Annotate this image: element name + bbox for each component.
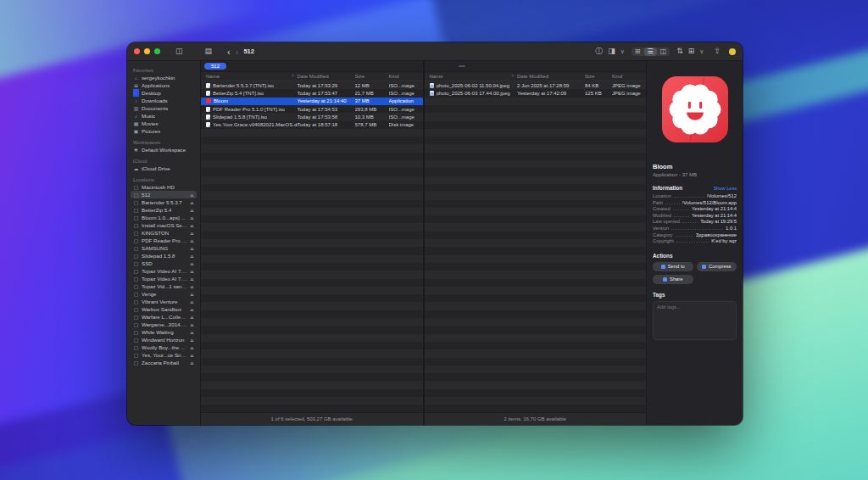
file-row[interactable]: Yes.Your.Grace.v04082021.MacOS.dmg Today… [201,120,423,128]
action-button[interactable]: Share [653,275,693,284]
action-button[interactable]: Send to [653,262,693,271]
chevron-down-icon[interactable]: ∨ [618,47,627,55]
sidebar-item-volume[interactable]: ▢ 512 ⏏ [131,191,197,198]
eject-icon[interactable]: ⏏ [190,299,194,304]
sidebar-item-volume[interactable]: ▢ SSD ⏏ [131,260,197,267]
sidebar-item[interactable]: ↓ Downloads [131,97,197,104]
preview-panel-toggle-icon[interactable]: ◨ [605,47,618,56]
sidebar-item[interactable]: ⊞ Applications [131,81,197,89]
sidebar-item[interactable]: ❖ Default Workspace [131,146,197,153]
eject-icon[interactable]: ⏏ [190,292,194,297]
show-less-link[interactable]: Show Less [714,186,737,191]
sidebar-item-volume[interactable]: ▢ Windward Horizon ⏏ [131,336,197,343]
eject-icon[interactable]: ⏏ [190,208,194,213]
sidebar-item-volume[interactable]: ▢ Macintosh HD [131,183,197,191]
sidebar-item-volume[interactable]: ▢ Topaz Video AI 7.0.0 ⏏ [131,267,197,275]
sidebar-item[interactable]: ▦ Movies [131,120,197,127]
zoom-button[interactable] [154,48,160,54]
minimize-button[interactable] [144,48,150,54]
eject-icon[interactable]: ⏏ [190,215,194,220]
sidebar-item-volume[interactable]: ▢ BetterZip 5.4 ⏏ [131,206,197,214]
eject-icon[interactable]: ⏏ [190,193,194,198]
sidebar-item-volume[interactable]: ▢ Warfare L...Collection ⏏ [131,313,197,321]
sidebar-item-volume[interactable]: ▢ KINGSTON ⏏ [131,229,197,237]
sidebar-item-volume[interactable]: ▢ Topaz Vid...1 sanet.st ⏏ [131,282,197,290]
close-button[interactable] [134,48,140,54]
eject-icon[interactable]: ⏏ [190,200,194,205]
column-header-size[interactable]: Size [355,74,389,79]
eject-icon[interactable]: ⏏ [190,223,194,228]
sidebar-item[interactable]: ♪ Music [131,112,197,120]
eject-icon[interactable]: ⏏ [190,307,194,312]
eject-icon[interactable]: ⏏ [190,322,194,327]
tab-512[interactable]: 512 [204,63,226,70]
sidebar-item-volume[interactable]: ▢ Bloom 1.0...aps] [U2B] ⏏ [131,214,197,221]
sidebar-item-volume[interactable]: ▢ Yes, Your...ce Snowfall ⏏ [131,351,197,359]
eject-icon[interactable]: ⏏ [190,360,194,366]
file-row[interactable]: photo_2025-06-03 17.44.00.jpeg Yesterday… [425,89,647,97]
icon-view-button[interactable]: ⊞ [632,47,644,56]
eject-icon[interactable]: ⏏ [190,345,194,350]
sidebar-toggle-icon[interactable]: ◫ [173,47,186,56]
breadcrumb[interactable] [448,65,455,67]
file-row[interactable]: PDF Reader Pro 5.1.0 [TNT].iso Today at … [201,105,423,113]
breadcrumb[interactable] [438,65,445,67]
sidebar-item-volume[interactable]: ▢ Wargame...2014.09.06 ⏏ [131,321,197,328]
column-header-date[interactable]: Date Modified [517,74,585,79]
breadcrumb[interactable] [459,65,465,67]
group-icon[interactable]: ⊞ [686,47,698,56]
column-header-name[interactable]: Name ^ [425,74,518,79]
sidebar-item-volume[interactable]: ▢ Slidepad 1.5.8 ⏏ [131,252,197,260]
eject-icon[interactable]: ⏏ [190,276,194,282]
sidebar-item[interactable]: ⌂ sergeykochkin [131,74,197,81]
eject-icon[interactable]: ⏏ [190,284,194,289]
eject-icon[interactable]: ⏏ [190,330,194,335]
sidebar-item-volume[interactable]: ▢ Bartender 5 5.3.7 ⏏ [131,198,197,206]
file-row[interactable]: Bartender 5 5.3.7 [TNT].iso Today at 17:… [201,81,423,89]
column-header-size[interactable]: Size [585,74,612,79]
sidebar-item-volume[interactable]: ▢ Warbox Sandbox ⏏ [131,305,197,313]
breadcrumb[interactable] [428,65,435,67]
sidebar-item[interactable]: ▥ Documents [131,104,197,112]
sidebar-item[interactable]: ☁ iCloud Drive [131,165,197,172]
column-view-button[interactable]: ◫ [657,47,670,56]
column-header-date[interactable]: Date Modified [298,74,355,79]
workspaces-icon[interactable]: ▤ [203,47,215,56]
sidebar-item-volume[interactable]: ▢ Topaz Video AI 7.0.1 ⏏ [131,275,197,282]
eject-icon[interactable]: ⏏ [190,238,194,243]
file-row[interactable]: Slidepad 1.5.8 [TNT].iso Today at 17:53:… [201,113,423,120]
share-icon[interactable]: ⇧ [711,47,723,56]
sidebar-item-volume[interactable]: ▢ Zaccaria Pinball ⏏ [131,359,197,366]
sidebar-item[interactable]: ▣ Pictures [131,127,197,135]
column-header-name[interactable]: Name ^ [201,74,298,79]
column-header-kind[interactable]: Kind [612,74,646,79]
forward-icon[interactable]: › [233,47,242,57]
sidebar-item[interactable]: ▤ Desktop [131,89,197,97]
sidebar-item-volume[interactable]: ▢ Woolly Boy...the Circus ⏏ [131,343,197,351]
sidebar-item-volume[interactable]: ▢ PDF Reader Pro 5.1.0 ⏏ [131,237,197,244]
sidebar-item-volume[interactable]: ▢ While Waiting ⏏ [131,328,197,336]
eject-icon[interactable]: ⏏ [190,246,194,251]
chevron-down-icon[interactable]: ∨ [697,47,706,55]
sidebar-item-volume[interactable]: ▢ Vibrant Venture ⏏ [131,298,197,305]
sidebar-item-volume[interactable]: ▢ Install macOS Sequoia ⏏ [131,221,197,229]
eject-icon[interactable]: ⏏ [190,338,194,343]
eject-icon[interactable]: ⏏ [190,231,194,236]
yellow-tag-icon[interactable] [729,48,736,55]
sidebar-item-volume[interactable]: ▢ Venge ⏏ [131,290,197,298]
file-row[interactable]: Bloom Yesterday at 21:14:40 37 MB Applic… [201,98,423,105]
column-header-kind[interactable]: Kind [389,74,423,79]
tags-input[interactable] [653,301,737,340]
eject-icon[interactable]: ⏏ [190,353,194,358]
eject-icon[interactable]: ⏏ [190,254,194,259]
eject-icon[interactable]: ⏏ [190,261,194,266]
eject-icon[interactable]: ⏏ [190,269,194,274]
sidebar-item-volume[interactable]: ▢ SAMSUNG ⏏ [131,244,197,252]
back-icon[interactable]: ‹ [225,47,233,57]
eject-icon[interactable]: ⏏ [190,315,194,320]
info-icon[interactable]: ⓘ [593,47,605,56]
list-view-button[interactable]: ☰ [644,47,657,56]
sort-icon[interactable]: ⇅ [674,47,686,56]
file-row[interactable]: BetterZip 5.4 [TNT].iso Today at 17:53:4… [201,89,423,97]
file-row[interactable]: photo_2025-06-02 11.50.04.jpeg 2 Jun 202… [425,81,647,89]
